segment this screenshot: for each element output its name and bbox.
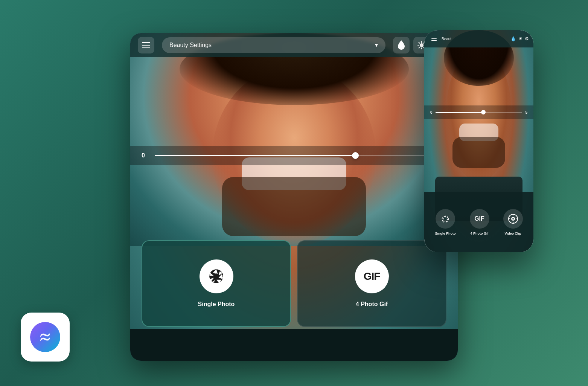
mode-buttons-container: Single Photo GIF 4 Photo Gif <box>142 240 446 327</box>
phone-video-icon-circle <box>503 209 523 229</box>
svg-line-8 <box>419 47 420 48</box>
tablet-device: Beauty Settings ▾ <box>130 33 458 361</box>
phone-mode-buttons: Single Photo GIF 4 Photo Gif <box>424 192 533 252</box>
phone-gif-text: GIF <box>474 215 484 222</box>
phone-slider-max: 5 <box>525 110 527 114</box>
phone-video-clip-button[interactable]: Video Clip <box>503 209 523 235</box>
phone-slider-fill <box>436 112 483 113</box>
beauty-settings-label: Beauty Settings <box>169 42 212 49</box>
phone-single-photo-button[interactable]: Single Photo <box>435 209 456 235</box>
main-scene: Beauty Settings ▾ <box>0 0 588 386</box>
4-photo-gif-label: 4 Photo Gif <box>356 301 388 308</box>
phone-4-photo-gif-label: 4 Photo Gif <box>471 232 489 235</box>
slider-thumb[interactable] <box>352 152 359 159</box>
phone-camera-icon-circle <box>436 209 455 229</box>
phone-video-clip-label: Video Clip <box>505 232 521 235</box>
beauty-slider-bar: 0 5 <box>130 146 458 165</box>
phone-gif-icon-circle: GIF <box>470 209 489 229</box>
logo-icon <box>30 322 60 352</box>
svg-point-13 <box>444 217 447 220</box>
phone-video-icon <box>508 214 518 224</box>
svg-point-12 <box>213 273 219 279</box>
svg-point-0 <box>420 43 423 47</box>
phone-hamburger-button[interactable] <box>429 34 439 44</box>
slider-min-label: 0 <box>142 152 149 159</box>
tailwind-logo-svg <box>35 327 55 347</box>
phone-settings-icon[interactable]: ⚙ <box>525 36 529 41</box>
beauty-settings-dropdown[interactable]: Beauty Settings ▾ <box>162 37 385 53</box>
phone-top-bar: Beaut 💧 ☀ ⚙ <box>424 30 533 47</box>
svg-point-16 <box>512 218 514 220</box>
hamburger-button[interactable] <box>138 37 154 53</box>
4-photo-gif-button[interactable]: GIF 4 Photo Gif <box>297 240 446 327</box>
phone-top-icons: 💧 ☀ ⚙ <box>510 36 529 41</box>
slider-track[interactable] <box>155 155 433 156</box>
phone-brightness-icon[interactable]: ☀ <box>518 36 522 41</box>
single-photo-icon-circle <box>200 259 233 293</box>
water-icon-button[interactable] <box>393 37 410 53</box>
single-photo-button[interactable]: Single Photo <box>142 240 291 327</box>
phone-4-photo-gif-button[interactable]: GIF 4 Photo Gif <box>470 209 489 235</box>
single-photo-label: Single Photo <box>198 301 235 308</box>
phone-slider-track[interactable] <box>436 112 522 113</box>
phone-slider-thumb[interactable] <box>481 110 486 114</box>
gif-icon-circle: GIF <box>355 259 389 293</box>
phone-slider-min: 0 <box>430 110 433 114</box>
gif-icon-text: GIF <box>364 270 380 282</box>
chevron-down-icon: ▾ <box>375 41 378 49</box>
tablet-bottom-bar <box>130 329 458 361</box>
phone-slider-bar: 0 5 <box>424 105 533 119</box>
tablet-top-bar: Beauty Settings ▾ <box>130 33 458 57</box>
phone-water-icon[interactable]: 💧 <box>510 36 516 41</box>
app-logo-badge <box>21 313 70 362</box>
slider-fill <box>155 155 355 156</box>
phone-device: Beaut 💧 ☀ ⚙ 0 5 <box>424 30 533 252</box>
phone-camera-icon <box>440 213 451 224</box>
camera-shutter-icon <box>206 266 227 287</box>
phone-single-photo-label: Single Photo <box>435 232 456 235</box>
phone-beauty-label: Beaut <box>442 37 508 41</box>
svg-line-5 <box>419 42 420 43</box>
